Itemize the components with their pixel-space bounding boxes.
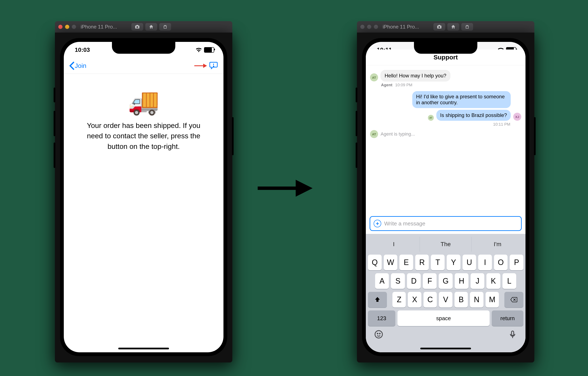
chevron-left-icon (69, 62, 74, 70)
home-button[interactable] (145, 23, 157, 31)
key-e[interactable]: E (399, 254, 413, 270)
key-m[interactable]: M (486, 292, 499, 308)
rotate-button[interactable] (159, 23, 171, 31)
key-u[interactable]: U (462, 254, 476, 270)
svg-point-3 (377, 333, 378, 334)
message-time: 10:09 PM (395, 83, 412, 87)
key-row: 123 space return (368, 310, 523, 326)
typing-indicator: AT Agent is typing... (370, 130, 521, 138)
traffic-lights (58, 25, 76, 29)
key-v[interactable]: V (439, 292, 452, 308)
key-d[interactable]: D (407, 273, 421, 289)
key-w[interactable]: W (384, 254, 398, 270)
suggestion[interactable]: The (420, 237, 472, 252)
attach-button[interactable]: + (374, 220, 381, 227)
key-j[interactable]: J (471, 273, 484, 289)
truck-icon: 🚚 (128, 88, 159, 114)
emoji-button[interactable] (374, 330, 383, 340)
key-p[interactable]: P (510, 254, 523, 270)
key-h[interactable]: H (455, 273, 468, 289)
chat-body[interactable]: AT Hello! How may I help you? Agent 10:0… (366, 65, 525, 216)
message-row-user: Hi! I'd like to give a present to someon… (370, 91, 521, 108)
suggestion[interactable]: I'm (472, 237, 523, 252)
volume-down-button (356, 143, 357, 168)
tutorial-pointer (194, 61, 218, 71)
screenshot-button[interactable] (433, 23, 445, 31)
key-q[interactable]: Q (368, 254, 382, 270)
svg-point-4 (379, 333, 380, 334)
screenshot-button[interactable] (131, 23, 143, 31)
key-i[interactable]: I (478, 254, 492, 270)
typing-text: Agent is typing... (381, 131, 415, 137)
user-avatar: XJ (513, 113, 521, 121)
nav-bar: Join (64, 58, 223, 74)
home-indicator (118, 348, 169, 349)
zoom-traffic-light[interactable] (374, 25, 378, 29)
flow-arrow (258, 176, 313, 202)
battery-icon (204, 47, 214, 53)
zoom-traffic-light[interactable] (72, 25, 76, 29)
shift-key[interactable] (368, 292, 387, 308)
simulator-titlebar[interactable]: iPhone 11 Pro... (55, 21, 232, 33)
volume-up-button (356, 111, 357, 136)
sender-name: Agent (381, 83, 392, 87)
key-row: Q W E R T Y U I O P (368, 254, 523, 270)
key-o[interactable]: O (494, 254, 508, 270)
numbers-key[interactable]: 123 (368, 310, 395, 326)
key-n[interactable]: N (470, 292, 483, 308)
phone-frame: 10:11 Support AT Hello! How may I help y… (357, 33, 534, 363)
key-c[interactable]: C (423, 292, 437, 308)
rotate-button[interactable] (461, 23, 473, 31)
message-row-user: AT Is shipping to Brazil possible? XJ (370, 110, 521, 121)
message-composer[interactable]: + Write a message (370, 216, 522, 231)
message-meta: Agent 10:09 PM (381, 83, 521, 87)
key-b[interactable]: B (454, 292, 468, 308)
key-g[interactable]: G (439, 273, 452, 289)
suggestion[interactable]: I (368, 237, 420, 252)
back-label: Join (75, 62, 86, 69)
phone-frame: 10:03 Join (55, 33, 232, 363)
agent-avatar: AT (370, 73, 378, 81)
volume-up-button (54, 111, 55, 136)
space-key[interactable]: space (398, 310, 490, 326)
status-time: 10:03 (75, 46, 90, 53)
svg-point-2 (375, 331, 382, 338)
close-traffic-light[interactable] (58, 25, 63, 29)
user-message-bubble: Hi! I'd like to give a present to someon… (412, 91, 511, 108)
contact-seller-button[interactable] (209, 61, 218, 71)
delete-key[interactable] (504, 292, 523, 308)
dictation-button[interactable] (508, 330, 517, 340)
red-arrow-icon (194, 63, 207, 69)
key-t[interactable]: T (431, 254, 445, 270)
close-traffic-light[interactable] (360, 25, 365, 29)
chat-alert-icon (209, 61, 218, 70)
user-message-bubble: Is shipping to Brazil possible? (436, 110, 511, 121)
home-button[interactable] (447, 23, 459, 31)
simulator-window-left: iPhone 11 Pro... 10:03 (55, 21, 232, 363)
return-key[interactable]: return (492, 310, 523, 326)
key-r[interactable]: R (415, 254, 429, 270)
keyboard-footer (368, 326, 523, 340)
key-l[interactable]: L (503, 273, 516, 289)
back-button[interactable]: Join (69, 62, 86, 70)
window-title: iPhone 11 Pro... (81, 24, 127, 30)
key-k[interactable]: K (486, 273, 500, 289)
key-x[interactable]: X (408, 292, 421, 308)
key-z[interactable]: Z (392, 292, 406, 308)
chat-sheet: Support AT Hello! How may I help you? Ag… (366, 49, 525, 352)
key-f[interactable]: F (423, 273, 437, 289)
message-row-agent: AT Hello! How may I help you? (370, 70, 521, 81)
suggestion-bar: I The I'm (368, 237, 523, 252)
minimize-traffic-light[interactable] (65, 25, 69, 29)
mute-switch (54, 88, 55, 102)
mute-switch (356, 88, 357, 102)
key-a[interactable]: A (375, 273, 389, 289)
power-button (534, 117, 536, 155)
simulator-titlebar[interactable]: iPhone 11 Pro... (357, 21, 534, 33)
notch (112, 42, 175, 54)
key-s[interactable]: S (391, 273, 405, 289)
minimize-traffic-light[interactable] (367, 25, 371, 29)
key-y[interactable]: Y (447, 254, 461, 270)
power-button (232, 117, 234, 155)
phone-screen: 10:03 Join (64, 42, 223, 352)
